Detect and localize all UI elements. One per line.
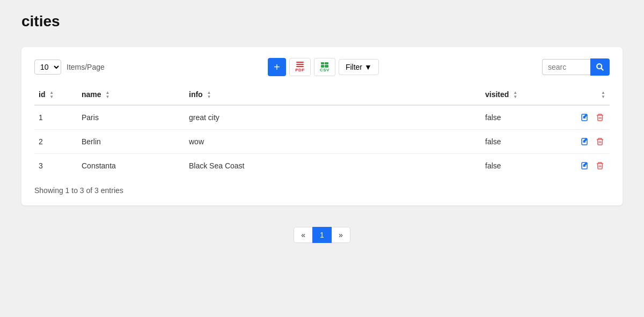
toolbar-center: + PDF: [110, 58, 537, 76]
delete-icon: [596, 113, 604, 122]
edit-button-2[interactable]: [580, 160, 590, 171]
col-header-name[interactable]: name ▲▼: [77, 85, 185, 105]
cell-visited-0: false: [481, 105, 567, 130]
table-header-row: id ▲▼ name ▲▼ info ▲▼: [34, 85, 610, 105]
cell-visited-2: false: [481, 154, 567, 178]
sort-icon-actions: ▲▼: [601, 91, 605, 99]
svg-line-1: [601, 68, 603, 70]
pagination-next-button[interactable]: »: [331, 227, 350, 243]
pagination: « 1 »: [21, 227, 623, 243]
search-button[interactable]: [590, 58, 610, 76]
delete-button-1[interactable]: [595, 136, 605, 147]
items-per-page-label: Items/Page: [67, 63, 105, 71]
pdf-label: PDF: [295, 68, 305, 72]
cell-actions-2: [567, 154, 610, 178]
toolbar-right: [542, 58, 610, 76]
sort-icon-id: ▲▼: [49, 91, 54, 99]
filter-button[interactable]: Filter ▼: [339, 59, 379, 75]
table-row: 3 Constanta Black Sea Coast false: [34, 154, 610, 178]
table-row: 1 Paris great city false: [34, 105, 610, 130]
cell-info-0: great city: [185, 105, 481, 130]
showing-text: Showing 1 to 3 of 3 entries: [34, 186, 610, 195]
page-wrapper: cities 10 25 50 Items/Page +: [0, 0, 644, 317]
cell-id-0: 1: [34, 105, 77, 130]
filter-label: Filter: [346, 63, 362, 71]
cell-info-1: wow: [185, 130, 481, 154]
cell-visited-1: false: [481, 130, 567, 154]
delete-icon: [596, 161, 604, 170]
edit-icon: [581, 137, 589, 146]
edit-icon: [581, 113, 589, 122]
csv-export-button[interactable]: CSV: [314, 58, 335, 76]
table-container: 10 25 50 Items/Page + PDF: [21, 47, 623, 205]
cell-actions-0: [567, 105, 610, 130]
cell-name-0: Paris: [77, 105, 185, 130]
col-header-actions: ▲▼: [567, 85, 610, 105]
edit-button-0[interactable]: [580, 112, 590, 123]
csv-icon: CSV: [320, 62, 330, 72]
cell-id-1: 2: [34, 130, 77, 154]
data-table: id ▲▼ name ▲▼ info ▲▼: [34, 85, 610, 178]
delete-button-2[interactable]: [595, 160, 605, 171]
cell-actions-1: [567, 130, 610, 154]
pdf-export-button[interactable]: PDF: [289, 58, 311, 76]
table-body: 1 Paris great city false: [34, 105, 610, 178]
delete-button-0[interactable]: [595, 112, 605, 123]
pdf-icon: PDF: [295, 62, 305, 72]
col-header-visited[interactable]: visited ▲▼: [481, 85, 567, 105]
sort-icon-info: ▲▼: [207, 91, 211, 99]
cell-name-1: Berlin: [77, 130, 185, 154]
edit-button-1[interactable]: [580, 136, 590, 147]
page-title: cities: [21, 13, 623, 30]
items-per-page-select[interactable]: 10 25 50: [34, 60, 61, 75]
col-header-id[interactable]: id ▲▼: [34, 85, 77, 105]
pagination-page-1-button[interactable]: 1: [312, 227, 332, 243]
delete-icon: [596, 137, 604, 146]
svg-point-0: [597, 64, 602, 69]
csv-label: CSV: [320, 68, 330, 72]
toolbar: 10 25 50 Items/Page + PDF: [34, 58, 610, 76]
cell-name-2: Constanta: [77, 154, 185, 178]
cell-id-2: 3: [34, 154, 77, 178]
table-row: 2 Berlin wow false: [34, 130, 610, 154]
edit-icon: [581, 161, 589, 170]
cell-info-2: Black Sea Coast: [185, 154, 481, 178]
pagination-prev-button[interactable]: «: [294, 227, 313, 243]
sort-icon-visited: ▲▼: [513, 91, 517, 99]
add-button[interactable]: +: [268, 58, 286, 76]
search-icon: [596, 63, 604, 71]
search-input[interactable]: [542, 59, 590, 75]
col-header-info[interactable]: info ▲▼: [185, 85, 481, 105]
filter-chevron-icon: ▼: [364, 63, 372, 71]
sort-icon-name: ▲▼: [105, 91, 109, 99]
